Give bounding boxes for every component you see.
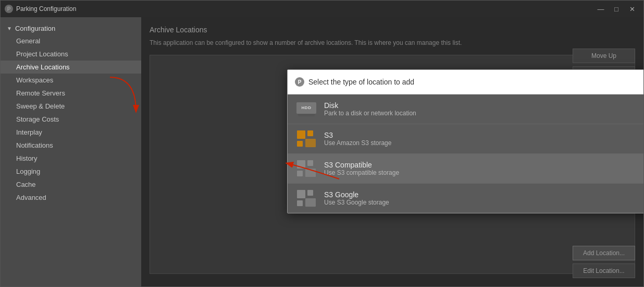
location-option-disk[interactable]: HDD Disk Park to a disk or network locat… <box>288 94 643 124</box>
disk-option-text: Disk Park to a disk or network location <box>324 101 416 117</box>
dialog-icon: P <box>295 77 304 87</box>
dialog-title: Select the type of location to add <box>308 78 414 86</box>
maximize-button[interactable]: □ <box>609 3 624 15</box>
sidebar-item-interplay[interactable]: Interplay <box>1 126 141 139</box>
sidebar-group-label: Configuration <box>15 25 55 32</box>
sidebar: ▼ Configuration General Project Location… <box>1 17 141 286</box>
svg-rect-4 <box>297 160 305 169</box>
s3-option-name: S3 <box>324 131 391 139</box>
sidebar-item-history[interactable]: History <box>1 152 141 165</box>
svg-rect-0 <box>297 130 305 139</box>
s3-google-option-text: S3 Google Use S3 Google storage <box>324 190 389 206</box>
location-type-dialog: P Select the type of location to add × H… <box>287 69 643 213</box>
close-button[interactable]: ✕ <box>625 3 639 15</box>
s3-option-desc: Use Amazon S3 storage <box>324 139 391 147</box>
svg-rect-1 <box>307 130 313 136</box>
main-window: P Parking Configuration — □ ✕ ▼ Configur… <box>0 0 644 287</box>
sidebar-item-project-locations[interactable]: Project Locations <box>1 47 141 61</box>
svg-rect-5 <box>307 160 313 166</box>
s3-google-option-desc: Use S3 Google storage <box>324 199 389 206</box>
location-option-s3-google[interactable]: S3 Google Use S3 Google storage <box>288 184 643 213</box>
svg-rect-10 <box>297 200 303 206</box>
disk-option-desc: Park to a disk or network location <box>324 110 416 117</box>
svg-rect-8 <box>297 190 305 198</box>
s3-compatible-option-text: S3 Compatible Use S3 compatible storage <box>324 161 399 176</box>
svg-rect-11 <box>305 198 316 207</box>
svg-rect-2 <box>297 141 303 147</box>
title-bar: P Parking Configuration — □ ✕ <box>1 1 643 17</box>
svg-rect-7 <box>305 169 316 177</box>
s3-option-text: S3 Use Amazon S3 storage <box>324 131 391 147</box>
sidebar-item-remote-servers[interactable]: Remote Servers <box>1 87 141 100</box>
window-title: Parking Configuration <box>16 5 76 13</box>
s3-compatible-option-desc: Use S3 compatible storage <box>324 169 399 176</box>
sidebar-item-sweep-delete[interactable]: Sweep & Delete <box>1 100 141 113</box>
s3-compatible-option-name: S3 Compatible <box>324 161 399 169</box>
sidebar-item-notifications[interactable]: Notifications <box>1 139 141 152</box>
sidebar-arrow-icon: ▼ <box>7 26 12 31</box>
svg-rect-3 <box>305 139 316 147</box>
content-area: ▼ Configuration General Project Location… <box>1 17 643 286</box>
disk-icon: HDD <box>295 100 318 118</box>
svg-rect-6 <box>297 171 303 176</box>
s3-google-option-name: S3 Google <box>324 190 389 199</box>
sidebar-item-storage-costs[interactable]: Storage Costs <box>1 113 141 126</box>
disk-option-name: Disk <box>324 101 416 110</box>
s3-google-icon <box>295 189 318 208</box>
sidebar-item-archive-locations[interactable]: Archive Locations <box>1 61 141 74</box>
dialog-header: P Select the type of location to add × <box>288 70 643 94</box>
title-bar-left: P Parking Configuration <box>5 5 76 13</box>
window-controls: — □ ✕ <box>593 3 639 15</box>
sidebar-item-workspaces[interactable]: Workspaces <box>1 74 141 87</box>
svg-rect-9 <box>307 190 313 196</box>
minimize-button[interactable]: — <box>593 3 608 15</box>
sidebar-item-cache[interactable]: Cache <box>1 178 141 191</box>
sidebar-item-general[interactable]: General <box>1 34 141 47</box>
app-icon: P <box>5 5 13 13</box>
s3-compatible-icon <box>295 159 318 178</box>
s3-icon <box>295 129 318 148</box>
sidebar-item-logging[interactable]: Logging <box>1 165 141 178</box>
sidebar-item-advanced[interactable]: Advanced <box>1 191 141 204</box>
dialog-header-left: P Select the type of location to add <box>295 77 414 87</box>
main-panel: Archive Locations This application can b… <box>141 17 643 286</box>
location-option-s3[interactable]: S3 Use Amazon S3 storage <box>288 124 643 154</box>
location-option-s3-compatible[interactable]: S3 Compatible Use S3 compatible storage <box>288 154 643 184</box>
dialog-body: HDD Disk Park to a disk or network locat… <box>288 94 643 213</box>
sidebar-group-configuration: ▼ Configuration <box>1 21 141 34</box>
